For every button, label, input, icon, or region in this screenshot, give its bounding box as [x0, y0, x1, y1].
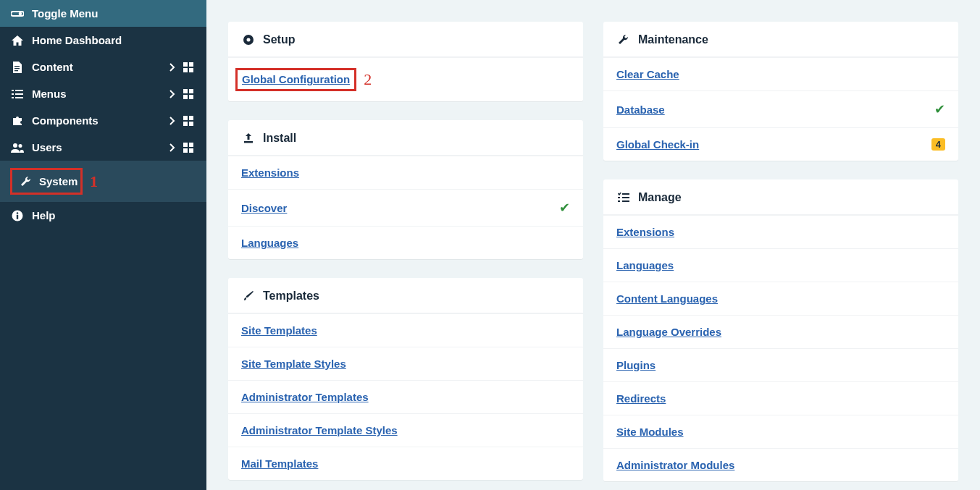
sidebar-item-label: Menus — [32, 88, 164, 100]
list-check-icon — [616, 193, 631, 203]
link-admin-templates[interactable]: Administrator Templates — [241, 391, 369, 403]
card-title: Manage — [638, 191, 682, 204]
sidebar-item-home[interactable]: Home Dashboard — [0, 27, 206, 54]
chevron-right-icon[interactable] — [164, 90, 180, 98]
link-clear-cache[interactable]: Clear Cache — [616, 68, 679, 80]
sidebar-item-menus[interactable]: Menus — [0, 80, 206, 107]
users-icon — [10, 143, 25, 153]
svg-rect-25 — [183, 143, 188, 147]
link-row: Content Languages — [603, 282, 958, 315]
link-row: Database ✔ — [603, 90, 958, 127]
chevron-right-icon[interactable] — [164, 117, 180, 125]
sidebar-item-help[interactable]: Help — [0, 202, 206, 229]
sidebar-item-label: System — [39, 175, 78, 187]
link-row: Discover ✔ — [228, 189, 583, 226]
card-title: Install — [263, 132, 296, 145]
sidebar: Toggle Menu Home Dashboard Content — [0, 0, 206, 490]
sidebar-item-label: Components — [32, 114, 164, 127]
svg-rect-36 — [618, 197, 620, 198]
link-row: Languages — [603, 248, 958, 282]
column-left: Setup Global Configuration 2 Install — [228, 22, 583, 468]
link-language-overrides[interactable]: Language Overrides — [616, 326, 721, 338]
card-title: Maintenance — [638, 33, 708, 46]
modules-icon[interactable] — [180, 62, 196, 72]
modules-icon[interactable] — [180, 89, 196, 99]
link-redirects[interactable]: Redirects — [616, 392, 666, 405]
svg-rect-20 — [189, 116, 193, 120]
sidebar-item-label: Home Dashboard — [32, 34, 196, 46]
svg-rect-34 — [244, 141, 253, 143]
svg-point-23 — [13, 143, 17, 148]
link-extensions[interactable]: Extensions — [241, 166, 299, 179]
link-global-configuration-row: Global Configuration 2 — [228, 57, 583, 101]
card-header: Install — [228, 120, 583, 156]
link-global-configuration[interactable]: Global Configuration — [242, 73, 350, 85]
svg-rect-14 — [15, 97, 23, 98]
upload-icon — [241, 132, 256, 144]
svg-rect-4 — [14, 70, 18, 71]
svg-rect-39 — [622, 200, 629, 202]
link-database[interactable]: Database — [616, 104, 665, 116]
svg-rect-19 — [183, 116, 188, 120]
svg-rect-16 — [189, 89, 193, 93]
modules-icon[interactable] — [180, 116, 196, 126]
link-admin-template-styles[interactable]: Administrator Template Styles — [241, 424, 398, 436]
badge-count: 4 — [931, 138, 945, 151]
svg-rect-15 — [183, 89, 188, 93]
link-row: Site Template Styles — [228, 347, 583, 380]
sidebar-item-users[interactable]: Users — [0, 134, 206, 161]
wrench-icon — [20, 176, 32, 187]
chevron-right-icon[interactable] — [164, 143, 180, 152]
card-setup: Setup Global Configuration 2 — [228, 22, 583, 101]
chevron-right-icon[interactable] — [164, 63, 180, 72]
sidebar-item-label: Users — [32, 141, 164, 153]
link-manage-extensions[interactable]: Extensions — [616, 226, 674, 238]
card-manage: Manage Extensions Languages Content Lang… — [603, 179, 958, 481]
link-manage-languages[interactable]: Languages — [616, 259, 674, 271]
card-templates: Templates Site Templates Site Template S… — [228, 278, 583, 480]
svg-point-33 — [247, 38, 251, 42]
file-icon — [10, 62, 25, 73]
svg-rect-26 — [189, 143, 193, 147]
link-global-checkin[interactable]: Global Check-in — [616, 138, 699, 151]
svg-rect-8 — [189, 68, 193, 72]
link-languages[interactable]: Languages — [241, 237, 298, 249]
sidebar-item-components[interactable]: Components — [0, 107, 206, 134]
card-title: Setup — [263, 33, 295, 46]
link-site-templates[interactable]: Site Templates — [241, 324, 317, 337]
check-icon: ✔ — [934, 101, 945, 117]
svg-rect-37 — [622, 197, 629, 198]
link-row: Administrator Templates — [228, 380, 583, 413]
link-row: Redirects — [603, 381, 958, 415]
svg-rect-12 — [15, 93, 23, 95]
home-icon — [10, 35, 25, 46]
link-discover[interactable]: Discover — [241, 202, 287, 214]
link-plugins[interactable]: Plugins — [616, 359, 656, 371]
svg-rect-38 — [618, 200, 620, 202]
link-site-modules[interactable]: Site Modules — [616, 426, 684, 438]
link-row: Site Templates — [228, 313, 583, 347]
link-content-languages[interactable]: Content Languages — [616, 292, 718, 305]
sidebar-item-system[interactable]: System — [10, 168, 83, 195]
info-icon — [10, 210, 25, 221]
card-header: Setup — [228, 22, 583, 57]
toggle-menu-label: Toggle Menu — [32, 7, 98, 20]
sidebar-item-label: Help — [32, 209, 196, 221]
svg-rect-18 — [189, 95, 193, 99]
card-install: Install Extensions Discover ✔ Languages — [228, 120, 583, 259]
link-row: Administrator Modules — [603, 448, 958, 481]
toggle-menu-button[interactable]: Toggle Menu — [0, 0, 206, 27]
modules-icon[interactable] — [180, 143, 196, 153]
svg-rect-31 — [17, 214, 18, 219]
card-title: Templates — [263, 290, 319, 303]
link-row: Site Modules — [603, 415, 958, 448]
sidebar-item-content[interactable]: Content — [0, 54, 206, 80]
svg-rect-9 — [12, 90, 14, 91]
sidebar-item-system-row: System 1 — [0, 161, 206, 202]
svg-rect-6 — [189, 62, 193, 67]
link-row: Clear Cache — [603, 57, 958, 90]
link-site-template-styles[interactable]: Site Template Styles — [241, 358, 346, 370]
link-mail-templates[interactable]: Mail Templates — [241, 457, 318, 470]
link-admin-modules[interactable]: Administrator Modules — [616, 459, 734, 471]
svg-rect-22 — [189, 122, 193, 126]
